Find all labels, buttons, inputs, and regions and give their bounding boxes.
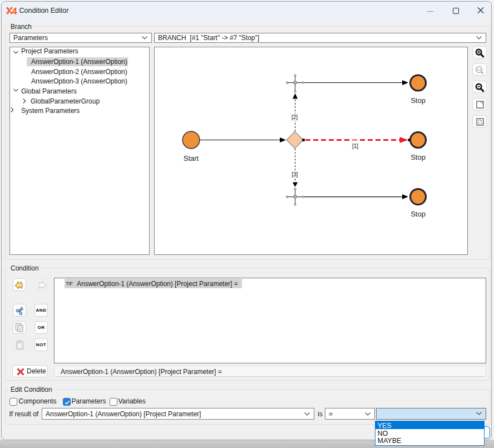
svg-text:4: 4 (12, 7, 17, 15)
svg-text:[1]: [1] (352, 143, 358, 149)
svg-text:1:1: 1:1 (477, 68, 482, 71)
svg-text:Stop: Stop (411, 210, 426, 218)
svg-text:Start: Start (184, 154, 199, 163)
svg-text:[3]: [3] (292, 171, 298, 178)
svg-text:[2]: [2] (292, 114, 298, 120)
svg-text:Stop: Stop (411, 153, 426, 161)
svg-text:Stop: Stop (411, 96, 426, 105)
